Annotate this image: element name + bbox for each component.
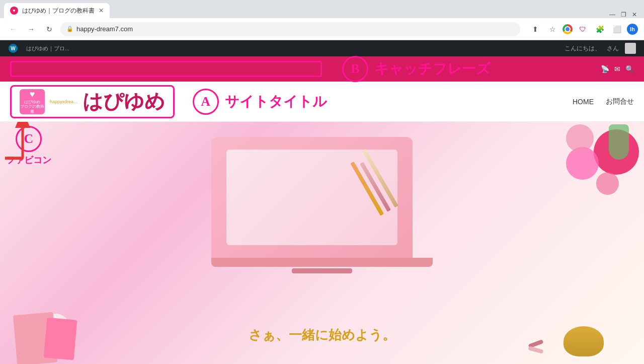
hero-tagline: さぁ、一緒に始めよう。: [249, 326, 395, 344]
back-button[interactable]: ←: [6, 22, 20, 36]
nav-menu: HOME お問合せ: [573, 97, 634, 106]
nav-contact[interactable]: お問合せ: [606, 97, 634, 106]
flower-tiny: [596, 172, 619, 195]
bookmark-icon[interactable]: ☆: [545, 22, 559, 36]
gold-bowl: [564, 326, 604, 356]
reload-button[interactable]: ↻: [42, 22, 56, 36]
logo-heart-icon: ♥: [30, 89, 35, 100]
browser-actions: ⬆ ☆ 🛡 🧩 ⬜ Ih: [528, 22, 638, 36]
minimize-button[interactable]: —: [609, 11, 616, 18]
browser-content: W はぴゆめ｜ブロ... こんにちは、 さん B: [0, 40, 644, 364]
site-header-top: B キャッチフレーズ 📡 ✉ 🔍: [0, 56, 644, 82]
flower-medium: [566, 147, 599, 180]
catchphrase-annotation-text: キャッチフレーズ: [374, 59, 491, 79]
catchphrase-input-area: [10, 61, 322, 77]
share-icon[interactable]: ⬆: [528, 22, 542, 36]
flower-small: [566, 124, 594, 152]
site-logo-box: ♥ はぴゆめブログの教科書 happyxdrea... はぴゆめ: [10, 85, 175, 118]
site-title-text: はぴゆめ: [83, 88, 165, 115]
browser-tab[interactable]: ♥ はぴゆめ｜ブログの教科書 ✕: [4, 3, 110, 18]
wordpress-icon: W: [8, 43, 18, 53]
svg-text:W: W: [11, 46, 16, 51]
hero-section: さぁ、一緒に始めよう。 C ファビコン: [0, 122, 644, 364]
label-a-circle: A: [193, 89, 219, 115]
logo-domain-text: happyxdrea...: [50, 99, 77, 104]
wp-logo-item[interactable]: W: [8, 43, 18, 53]
admin-avatar: [625, 43, 636, 54]
tab-title: はぴゆめ｜ブログの教科書: [22, 7, 95, 15]
logo-icon: ♥ はぴゆめブログの教科書: [20, 89, 45, 114]
search-icon[interactable]: 🔍: [625, 65, 634, 73]
extensions-icon[interactable]: 🧩: [593, 22, 607, 36]
site-header-wrapper: B キャッチフレーズ 📡 ✉ 🔍 ♥ はぴゆめブログの教科書 ha: [0, 56, 644, 122]
address-bar: ← → ↻ 🔒 happy-dream7.com ⬆ ☆ 🛡 🧩 ⬜ Ih: [0, 18, 644, 40]
clips-decor: [528, 340, 543, 354]
greeting-text: こんにちは、: [565, 44, 601, 53]
label-b-circle: B: [342, 56, 368, 82]
title-label-area: A サイトタイトル: [193, 89, 327, 115]
logo-small-text: はぴゆめブログの教科書: [20, 100, 45, 114]
email-icon[interactable]: ✉: [614, 65, 620, 73]
wp-site-name[interactable]: はぴゆめ｜ブロ...: [26, 45, 69, 52]
url-bar[interactable]: 🔒 happy-dream7.com: [60, 22, 520, 36]
chrome-icon: [562, 24, 573, 34]
admin-bar-right: こんにちは、 さん: [565, 43, 636, 54]
nav-home[interactable]: HOME: [573, 98, 594, 106]
book-2: [44, 318, 77, 360]
close-button[interactable]: ✕: [631, 11, 638, 18]
split-view-icon[interactable]: ⬜: [610, 22, 624, 36]
header-icons: 📡 ✉ 🔍: [601, 65, 634, 73]
catchphrase-label-area: B キャッチフレーズ: [342, 56, 491, 82]
browser-frame: ♥ はぴゆめ｜ブログの教科書 ✕ — ❐ ✕ ← → ↻ 🔒 happy-dre…: [0, 0, 644, 364]
user-avatar[interactable]: Ih: [627, 24, 638, 35]
user-name: さん: [607, 44, 619, 53]
laptop-trackpad: [292, 268, 352, 273]
wp-admin-bar: W はぴゆめ｜ブロ... こんにちは、 さん: [0, 40, 644, 56]
catchphrase-box: [10, 61, 322, 77]
wp-site-label: はぴゆめ｜ブロ...: [26, 45, 69, 52]
tab-controls: — ❐ ✕: [603, 11, 644, 18]
tab-close-button[interactable]: ✕: [99, 7, 104, 14]
vpn-icon[interactable]: 🛡: [576, 22, 590, 36]
title-annotation-text: サイトタイトル: [225, 92, 327, 111]
site-title-area: ♥ はぴゆめブログの教科書 happyxdrea... はぴゆめ A サイトタイ…: [0, 82, 644, 122]
flowers-decoration: [533, 122, 644, 212]
paperclip-2: [528, 346, 543, 353]
lock-icon: 🔒: [66, 26, 73, 32]
rss-icon[interactable]: 📡: [601, 65, 609, 73]
laptop-base: [211, 258, 433, 267]
forward-button[interactable]: →: [24, 22, 38, 36]
tab-favicon: ♥: [10, 7, 18, 15]
tab-bar: ♥ はぴゆめ｜ブログの教科書 ✕ — ❐ ✕: [0, 0, 644, 18]
vase: [609, 124, 629, 160]
restore-button[interactable]: ❐: [620, 11, 627, 18]
url-text: happy-dream7.com: [76, 25, 514, 33]
books-left: [15, 314, 55, 364]
